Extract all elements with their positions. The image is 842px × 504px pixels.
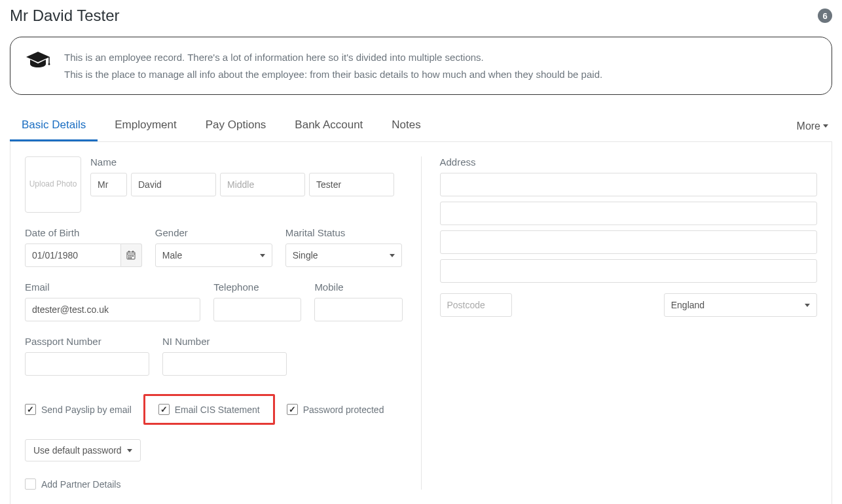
marital-select[interactable]: Single bbox=[285, 243, 403, 267]
middle-name-input[interactable] bbox=[220, 173, 305, 196]
tab-basic-details[interactable]: Basic Details bbox=[10, 111, 98, 141]
telephone-label: Telephone bbox=[213, 281, 301, 293]
gender-value: Male bbox=[162, 250, 182, 261]
telephone-input[interactable] bbox=[213, 298, 301, 321]
ni-label: NI Number bbox=[162, 336, 287, 347]
country-value: England bbox=[671, 300, 705, 310]
email-cis-checkbox[interactable] bbox=[158, 404, 170, 415]
gender-select[interactable]: Male bbox=[155, 243, 272, 267]
page-title: Mr David Tester bbox=[10, 7, 120, 25]
email-cis-label: Email CIS Statement bbox=[175, 405, 260, 415]
tab-more-label: More bbox=[797, 120, 820, 132]
email-cis-highlight: Email CIS Statement bbox=[143, 394, 275, 425]
dob-label: Date of Birth bbox=[25, 227, 142, 238]
mobile-label: Mobile bbox=[314, 281, 402, 293]
email-cis-checkbox-item: Email CIS Statement bbox=[158, 404, 260, 415]
record-count-badge: 6 bbox=[818, 9, 832, 23]
payslip-email-checkbox-item: Send Payslip by email bbox=[25, 404, 132, 415]
info-line-1: This is an employee record. There's a lo… bbox=[64, 49, 602, 66]
passport-label: Passport Number bbox=[25, 336, 149, 347]
chevron-down-icon bbox=[805, 304, 810, 307]
default-password-dropdown[interactable]: Use default password bbox=[25, 439, 141, 461]
tab-more-dropdown[interactable]: More bbox=[793, 113, 832, 140]
email-input[interactable] bbox=[25, 298, 200, 321]
email-label: Email bbox=[25, 281, 200, 293]
marital-label: Marital Status bbox=[285, 227, 403, 238]
address-line3-input[interactable] bbox=[440, 230, 818, 254]
title-input[interactable] bbox=[90, 173, 127, 196]
add-partner-label: Add Partner Details bbox=[41, 479, 120, 490]
basic-details-panel: Upload Photo Name Date of Birth bbox=[10, 142, 832, 504]
ni-input[interactable] bbox=[162, 352, 287, 376]
add-partner-checkbox[interactable] bbox=[25, 478, 36, 490]
svg-rect-7 bbox=[130, 255, 132, 257]
address-line2-input[interactable] bbox=[440, 202, 818, 225]
passport-input[interactable] bbox=[25, 352, 149, 376]
chevron-down-icon bbox=[127, 449, 132, 452]
address-label: Address bbox=[440, 156, 818, 168]
info-banner: This is an employee record. There's a lo… bbox=[10, 37, 832, 95]
mobile-input[interactable] bbox=[314, 298, 402, 321]
country-select[interactable]: England bbox=[664, 293, 817, 317]
marital-value: Single bbox=[293, 250, 318, 261]
svg-point-1 bbox=[48, 63, 50, 65]
svg-rect-10 bbox=[130, 257, 132, 259]
postcode-input[interactable] bbox=[440, 293, 512, 317]
password-protected-checkbox-item: Password protected bbox=[287, 404, 384, 415]
upload-photo-button[interactable]: Upload Photo bbox=[25, 156, 81, 213]
tabs-row: Basic Details Employment Pay Options Ban… bbox=[10, 111, 832, 142]
svg-rect-8 bbox=[132, 255, 134, 257]
address-line4-input[interactable] bbox=[440, 259, 818, 283]
first-name-input[interactable] bbox=[131, 173, 216, 196]
gender-label: Gender bbox=[155, 227, 272, 238]
chevron-down-icon bbox=[260, 254, 265, 257]
chevron-down-icon bbox=[390, 254, 395, 257]
info-line-2: This is the place to manage all info abo… bbox=[64, 66, 602, 83]
password-protected-checkbox[interactable] bbox=[287, 404, 298, 415]
last-name-input[interactable] bbox=[309, 173, 394, 196]
calendar-icon bbox=[126, 251, 136, 260]
tab-bank-account[interactable]: Bank Account bbox=[283, 111, 375, 141]
password-protected-label: Password protected bbox=[303, 405, 384, 415]
payslip-email-label: Send Payslip by email bbox=[41, 405, 132, 415]
graduation-cap-icon bbox=[25, 49, 51, 71]
calendar-button[interactable] bbox=[121, 243, 142, 267]
dob-input[interactable] bbox=[25, 243, 121, 267]
info-text: This is an employee record. There's a lo… bbox=[64, 49, 602, 82]
address-line1-input[interactable] bbox=[440, 173, 818, 196]
tab-notes[interactable]: Notes bbox=[380, 111, 432, 141]
add-partner-checkbox-item: Add Partner Details bbox=[25, 478, 403, 490]
chevron-down-icon bbox=[823, 124, 828, 128]
svg-rect-9 bbox=[128, 257, 130, 259]
name-label: Name bbox=[90, 156, 403, 168]
tab-pay-options[interactable]: Pay Options bbox=[194, 111, 278, 141]
default-password-label: Use default password bbox=[33, 445, 122, 456]
svg-rect-6 bbox=[128, 255, 130, 257]
payslip-email-checkbox[interactable] bbox=[25, 404, 36, 415]
tab-employment[interactable]: Employment bbox=[103, 111, 188, 141]
